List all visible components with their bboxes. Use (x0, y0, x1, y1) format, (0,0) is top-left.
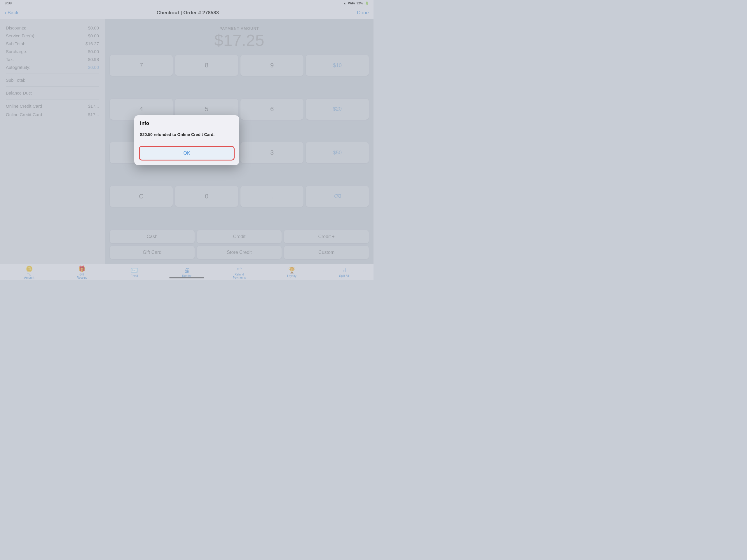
modal-ok-button[interactable]: OK (139, 146, 235, 160)
modal-message: $20.50 refunded to Online Credit Card. (140, 132, 214, 137)
modal-overlay: Info $20.50 refunded to Online Credit Ca… (0, 0, 374, 280)
modal-title: Info (134, 115, 239, 128)
modal-footer: OK (134, 144, 239, 165)
modal-dialog: Info $20.50 refunded to Online Credit Ca… (134, 115, 239, 165)
modal-body: $20.50 refunded to Online Credit Card. (134, 128, 239, 144)
